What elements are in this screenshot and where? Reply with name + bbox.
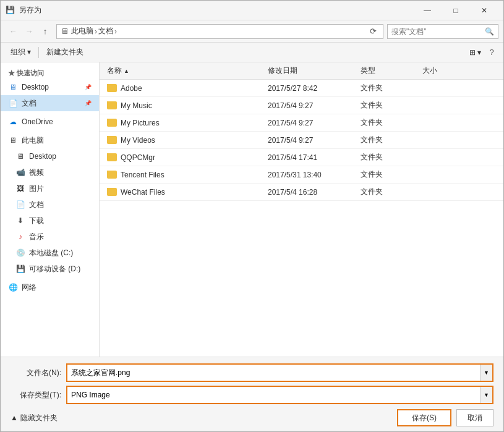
sidebar-label-onedrive: OneDrive: [22, 117, 53, 126]
file-cell-date: 2017/5/4 9:27: [265, 119, 358, 127]
search-input[interactable]: [391, 27, 485, 36]
file-list-header: 名称 ▲ 修改日期 类型 大小: [100, 62, 503, 80]
content-area: ★ 快速访问 🖥 Desktop 📌 📄 文档 📌 ☁ OneDrive: [1, 62, 503, 357]
docs-pc-icon: 📄: [15, 200, 25, 210]
file-cell-type: 文件夹: [358, 83, 420, 93]
hidden-files-toggle[interactable]: ▲ 隐藏文件夹: [11, 413, 58, 423]
sidebar-item-music[interactable]: ♪ 音乐: [1, 229, 99, 245]
sidebar-item-thispc[interactable]: 🖥 此电脑: [1, 132, 99, 148]
address-path: 此电脑 › 文档 ›: [71, 26, 117, 36]
sidebar-item-desktop-quick[interactable]: 🖥 Desktop 📌: [1, 79, 99, 95]
sidebar-item-videos[interactable]: 📹 视频: [1, 164, 99, 180]
sidebar-item-docs-quick[interactable]: 📄 文档 📌: [1, 95, 99, 111]
bottom-buttons-row: ▲ 隐藏文件夹 保存(S) 取消: [11, 409, 493, 426]
up-button[interactable]: ↑: [38, 24, 53, 39]
desktop-icon: 🖥: [8, 82, 18, 92]
file-cell-name: My Pictures: [105, 119, 265, 127]
col-header-name[interactable]: 名称 ▲: [105, 66, 265, 76]
sidebar-item-localdisk[interactable]: 💿 本地磁盘 (C:): [1, 245, 99, 261]
filename-input[interactable]: [67, 365, 480, 381]
sidebar-label-network: 网络: [22, 282, 36, 293]
bottom-area: 文件名(N): ▼ 保存类型(T): PNG Image ▼ ▲ 隐藏文件夹 保…: [1, 357, 503, 431]
search-box[interactable]: 🔍: [387, 24, 498, 39]
forward-button[interactable]: →: [22, 24, 36, 39]
table-row[interactable]: My Videos 2017/5/4 9:27 文件夹: [100, 132, 503, 149]
folder-icon: [107, 171, 117, 179]
action-separator-1: [38, 47, 39, 58]
quick-access-section: ★ 快速访问 🖥 Desktop 📌 📄 文档 📌: [1, 66, 99, 111]
file-cell-type: 文件夹: [358, 117, 420, 128]
music-icon: ♪: [15, 232, 25, 242]
file-cell-date: 2017/5/4 17:41: [265, 153, 358, 162]
sidebar-item-network[interactable]: 🌐 网络: [1, 279, 99, 295]
action-bar: 组织 ▾ 新建文件夹 ⊞ ▾ ?: [1, 43, 503, 62]
save-button[interactable]: 保存(S): [397, 409, 451, 426]
filetype-dropdown[interactable]: ▼: [480, 387, 492, 403]
address-sep1: ›: [95, 27, 97, 36]
address-part1: 此电脑: [71, 26, 93, 36]
minimize-button[interactable]: —: [413, 1, 442, 20]
filetype-row: 保存类型(T): PNG Image ▼: [11, 386, 493, 404]
file-list: 名称 ▲ 修改日期 类型 大小 Adobe 2017/5/27 8:42: [100, 62, 503, 357]
maximize-button[interactable]: □: [442, 1, 470, 20]
new-folder-button[interactable]: 新建文件夹: [41, 45, 88, 60]
file-cell-name: My Music: [105, 101, 265, 110]
table-row[interactable]: QQPCMgr 2017/5/4 17:41 文件夹: [100, 149, 503, 166]
refresh-button[interactable]: ⟳: [367, 25, 379, 38]
pc-icon: 🖥: [61, 27, 69, 36]
table-row[interactable]: Tencent Files 2017/5/31 13:40 文件夹: [100, 166, 503, 184]
downloads-icon: ⬇: [15, 216, 25, 226]
hidden-files-arrow: ▲: [11, 413, 18, 422]
sidebar-item-docs-pc[interactable]: 📄 文档: [1, 197, 99, 213]
table-row[interactable]: My Music 2017/5/4 9:27 文件夹: [100, 97, 503, 114]
back-button[interactable]: ←: [6, 24, 20, 39]
file-rows-container: Adobe 2017/5/27 8:42 文件夹 My Music 2017/5…: [100, 80, 503, 201]
sidebar-label-downloads: 下载: [29, 216, 44, 226]
search-button[interactable]: 🔍: [485, 27, 494, 36]
filename-label: 文件名(N):: [11, 368, 66, 378]
col-header-type[interactable]: 类型: [358, 66, 420, 76]
sidebar-label-docs-quick: 文档: [22, 98, 36, 109]
help-button[interactable]: ?: [485, 46, 498, 59]
sidebar-item-downloads[interactable]: ⬇ 下载: [1, 213, 99, 229]
col-header-date[interactable]: 修改日期: [265, 66, 358, 76]
dialog-icon: 💾: [6, 6, 15, 15]
file-cell-type: 文件夹: [358, 169, 420, 180]
cancel-button[interactable]: 取消: [456, 409, 493, 426]
file-cell-name: WeChat Files: [105, 188, 265, 197]
docs-icon: 📄: [8, 98, 18, 108]
sidebar-label-desktop-pc: Desktop: [29, 152, 56, 161]
save-dialog: 💾 另存为 — □ ✕ ← → ↑ 🖥 此电脑 › 文档 › ⟳ 🔍 组织: [0, 0, 504, 432]
table-row[interactable]: WeChat Files 2017/5/4 16:28 文件夹: [100, 184, 503, 201]
folder-icon: [107, 119, 117, 127]
file-cell-date: 2017/5/4 16:28: [265, 188, 358, 197]
folder-icon: [107, 153, 117, 161]
sidebar-item-removable[interactable]: 💾 可移动设备 (D:): [1, 261, 99, 277]
file-cell-type: 文件夹: [358, 152, 420, 163]
sidebar-item-pictures[interactable]: 🖼 图片: [1, 180, 99, 197]
file-cell-type: 文件夹: [358, 135, 420, 145]
table-row[interactable]: My Pictures 2017/5/4 9:27 文件夹: [100, 114, 503, 132]
network-section: 🌐 网络: [1, 279, 99, 295]
file-cell-name: QQPCMgr: [105, 153, 265, 162]
filetype-label: 保存类型(T):: [11, 390, 66, 400]
address-part2: 文档: [98, 26, 113, 36]
filetype-value: PNG Image: [67, 387, 480, 403]
organize-button[interactable]: 组织 ▾: [6, 45, 36, 60]
close-button[interactable]: ✕: [470, 1, 498, 20]
filename-row: 文件名(N): ▼: [11, 363, 493, 382]
sidebar-item-desktop-pc[interactable]: 🖥 Desktop: [1, 148, 99, 164]
col-header-size[interactable]: 大小: [420, 66, 498, 76]
view-button[interactable]: ⊞ ▾: [466, 45, 485, 60]
sidebar-label-thispc: 此电脑: [22, 135, 44, 146]
file-cell-type: 文件夹: [358, 187, 420, 197]
filename-dropdown[interactable]: ▼: [480, 365, 492, 381]
sidebar-item-onedrive[interactable]: ☁ OneDrive: [1, 114, 99, 130]
sidebar-label-localdisk: 本地磁盘 (C:): [29, 248, 73, 258]
filetype-select-wrapper: PNG Image ▼: [66, 386, 493, 404]
table-row[interactable]: Adobe 2017/5/27 8:42 文件夹: [100, 80, 503, 97]
address-bar[interactable]: 🖥 此电脑 › 文档 › ⟳: [56, 24, 383, 39]
file-cell-name: My Videos: [105, 136, 265, 145]
navigation-toolbar: ← → ↑ 🖥 此电脑 › 文档 › ⟳ 🔍: [1, 20, 503, 43]
sidebar-label-music: 音乐: [29, 232, 44, 242]
